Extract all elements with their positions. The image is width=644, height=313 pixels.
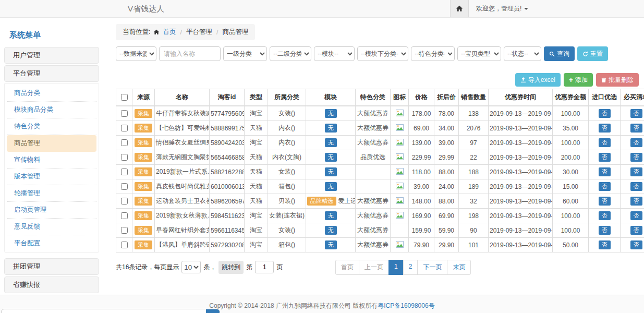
imported-toggle[interactable]: 否 [599, 138, 611, 147]
sidebar-item[interactable]: 平台配置 [7, 235, 96, 251]
module-badge[interactable]: 无 [325, 138, 337, 147]
row-checkbox[interactable] [121, 110, 128, 117]
per-page-select[interactable]: 10 [181, 261, 201, 273]
imported-toggle[interactable]: 否 [599, 109, 611, 118]
sidebar-item[interactable]: 宣传物料 [7, 152, 96, 168]
home-button[interactable] [450, 0, 469, 17]
must-buy-toggle[interactable]: 否 [630, 124, 642, 133]
cutoff-panel [1, 309, 220, 313]
breadcrumb-item-platform[interactable]: 平台管理 [186, 28, 212, 37]
row-checkbox[interactable] [121, 212, 128, 219]
row-checkbox[interactable] [121, 242, 128, 248]
cell-coupon-time: 2019-09-13—2019-09-19 [490, 168, 553, 176]
must-buy-toggle[interactable]: 否 [630, 153, 642, 162]
filter-select-level2-category[interactable]: --二级分类-- [270, 46, 311, 61]
sidebar-item[interactable]: 轮播管理 [7, 185, 96, 202]
user-menu[interactable]: 欢迎您，管理员! [476, 4, 528, 13]
pager-item-current[interactable]: 1 [388, 260, 404, 275]
cell-coupon-time: 2019-09-13—2019-09-18 [490, 125, 553, 132]
module-badge[interactable]: 无 [325, 109, 337, 118]
module-badge[interactable]: 无 [325, 240, 337, 249]
module-badge[interactable]: 无 [325, 226, 337, 235]
sidebar-item[interactable]: 启动页管理 [7, 202, 96, 219]
filter-select-module[interactable]: --模块-- [314, 46, 355, 61]
jump-button[interactable]: 跳转到 [218, 261, 244, 274]
sidebar-item[interactable]: 意见反馈 [7, 219, 96, 235]
add-button[interactable]: + 添加 [564, 73, 593, 87]
row-checkbox[interactable] [121, 125, 128, 131]
table-row: 采集早春网红针织外套女春...596611634525淘宝女装()无大额优惠券1… [116, 223, 644, 238]
pager-item[interactable]: 首页 [335, 260, 359, 275]
module-badge[interactable]: 无 [325, 211, 337, 220]
pager-item[interactable]: 2 [403, 260, 418, 275]
icp-link[interactable]: 粤ICP备16098006号 [378, 302, 434, 313]
row-checkbox[interactable] [121, 198, 128, 204]
sidebar-item[interactable]: 模块商品分类 [7, 102, 96, 118]
imported-toggle[interactable]: 否 [599, 124, 611, 133]
module-badge[interactable]: 无 [325, 167, 337, 176]
must-buy-toggle[interactable]: 否 [630, 167, 642, 176]
sidebar-group[interactable]: 平台管理 [4, 65, 99, 82]
sidebar-group[interactable]: 用户管理 [4, 47, 99, 64]
query-button[interactable]: 查询 [544, 46, 575, 61]
imported-toggle[interactable]: 否 [599, 182, 611, 191]
imported-toggle[interactable]: 否 [599, 211, 611, 220]
filter-select-status[interactable]: --状态-- [504, 46, 541, 61]
cell-type: 天猫 [250, 183, 262, 190]
module-badge[interactable]: 无 [325, 153, 337, 162]
imported-toggle[interactable]: 否 [599, 240, 611, 249]
row-checkbox[interactable] [121, 183, 128, 190]
filter-select-data-source[interactable]: --数据来源-- [116, 46, 156, 61]
pager-item[interactable]: 下一页 [417, 260, 447, 275]
filter-select-feature-category[interactable]: --特色分类-- [411, 46, 455, 61]
must-buy-toggle[interactable]: 否 [630, 197, 642, 206]
cell-category: 男装() [278, 197, 295, 204]
imported-toggle[interactable]: 否 [599, 167, 611, 176]
breadcrumb: 当前位置: 首页 / 平台管理 / 商品管理 [116, 24, 255, 40]
cell-price: 69.00 [414, 125, 429, 132]
reset-button[interactable]: 重置 [577, 46, 608, 61]
top-bar: V省钱达人 欢迎您，管理员! [0, 0, 644, 18]
cell-category: 女装() [278, 168, 295, 175]
must-buy-toggle[interactable]: 否 [630, 240, 642, 249]
imported-toggle[interactable]: 否 [599, 226, 611, 235]
sidebar-group[interactable]: 省赚快报 [4, 276, 99, 293]
must-buy-toggle[interactable]: 否 [630, 226, 642, 235]
module-badge[interactable]: 品牌精选 [307, 197, 336, 206]
row-checkbox[interactable] [121, 154, 128, 161]
filter-select-module-subcategory[interactable]: --模块下分类-- [357, 46, 408, 61]
filter-select-level1-category[interactable]: 一级分类 [223, 46, 267, 61]
imported-toggle[interactable]: 否 [599, 197, 611, 206]
module-badge[interactable]: 无 [325, 182, 337, 191]
cell-type: 淘宝 [250, 139, 262, 146]
name-search-input[interactable] [159, 46, 221, 61]
breadcrumb-home-link[interactable]: 首页 [163, 28, 176, 37]
row-checkbox[interactable] [121, 168, 128, 175]
batch-delete-button[interactable]: 批量删除 [596, 73, 639, 87]
sidebar-item[interactable]: 商品分类 [7, 85, 96, 102]
sidebar-group[interactable]: 拼团管理 [4, 258, 99, 275]
sidebar-item-active[interactable]: 商品管理 [7, 135, 96, 152]
page-number-input[interactable] [255, 261, 274, 273]
row-checkbox[interactable] [121, 139, 128, 146]
must-buy-toggle[interactable]: 否 [630, 138, 642, 147]
must-buy-toggle[interactable]: 否 [630, 109, 642, 118]
sidebar-item[interactable]: 版本管理 [7, 168, 96, 185]
column-header: 淘客id [210, 89, 245, 106]
must-buy-toggle[interactable]: 否 [630, 182, 642, 191]
pager-item[interactable]: 上一页 [359, 260, 389, 275]
filter-select-item-type[interactable]: --宝贝类型-- [457, 46, 501, 61]
sidebar-item[interactable]: 特色分类 [7, 118, 96, 135]
import-excel-button[interactable]: 导入excel [515, 73, 561, 87]
row-checkbox[interactable] [121, 227, 128, 234]
column-header: 来源 [132, 89, 155, 106]
imported-toggle[interactable]: 否 [599, 153, 611, 162]
plus-icon: + [569, 76, 573, 83]
module-badge[interactable]: 无 [325, 124, 337, 133]
cell-discount-price: 29.90 [439, 242, 454, 249]
cell-price: 148.00 [412, 198, 431, 205]
action-toolbar: 导入excel + 添加 批量删除 [116, 73, 639, 87]
pager-item[interactable]: 末页 [447, 260, 471, 275]
select-all-checkbox[interactable] [121, 94, 128, 101]
must-buy-toggle[interactable]: 否 [630, 211, 642, 220]
